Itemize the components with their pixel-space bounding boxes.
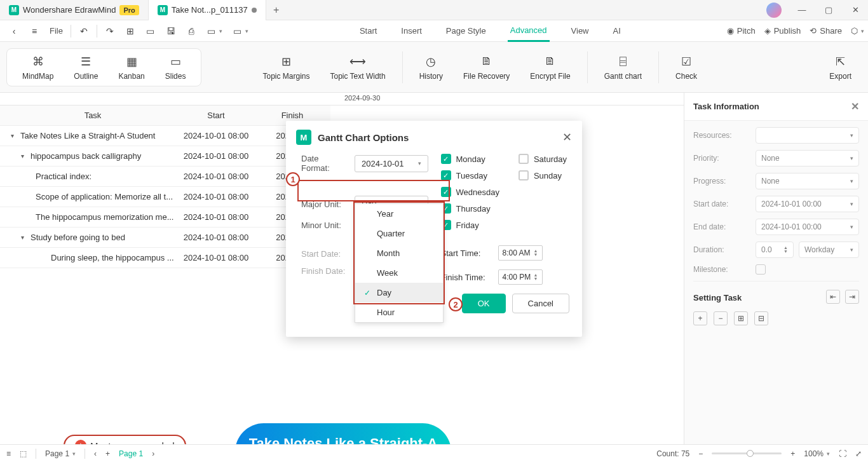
minor-unit-label: Minor Unit: <box>301 221 348 230</box>
zoom-value[interactable]: 100% ▾ <box>804 449 830 458</box>
view-outline[interactable]: ☰Outline <box>64 51 108 83</box>
page-tab-1[interactable]: Page 1 <box>119 449 143 458</box>
fit-button[interactable]: ⛶ <box>839 449 846 458</box>
pitch-button[interactable]: ◉Pitch <box>727 26 756 36</box>
presentation-toggle[interactable]: ⬚ <box>20 449 27 458</box>
indent-left-button[interactable]: ⇤ <box>826 290 840 304</box>
app-tab[interactable]: M Wondershare EdrawMind Pro <box>0 0 149 20</box>
more-button[interactable]: ▭▾ <box>227 20 254 42</box>
progress-select[interactable]: None▾ <box>756 173 859 189</box>
tab-view[interactable]: View <box>569 20 592 42</box>
setting-task-title: Setting Task <box>693 287 742 306</box>
export-quick-button[interactable]: ▭▾ <box>201 20 227 42</box>
startdate-input[interactable]: 2024-10-01 00:00▾ <box>756 196 859 212</box>
grid-button-2[interactable]: ⊟ <box>754 311 768 325</box>
grid-button-1[interactable]: ⊞ <box>734 311 748 325</box>
finish-time-input[interactable]: 4:00 PM▲▼ <box>498 269 543 285</box>
gantt-chart-button[interactable]: ⌸Gantt chart <box>594 51 652 83</box>
node-most-recommended[interactable]: ★ Most recommended <box>64 435 186 444</box>
gantt-row[interactable]: During sleep, the hippocampus ...2024-10… <box>0 248 330 268</box>
zoom-in-button[interactable]: + <box>790 449 795 458</box>
start-time-input[interactable]: 8:00 AM▲▼ <box>498 245 543 261</box>
user-avatar[interactable] <box>766 3 782 18</box>
dd-quarter[interactable]: Quarter <box>355 224 443 243</box>
gantt-row[interactable]: Scope of application: Memorize all t...2… <box>0 187 330 207</box>
file-menu[interactable]: File <box>44 20 68 42</box>
outline-toggle[interactable]: ≡ <box>6 449 11 458</box>
tab-advanced[interactable]: Advanced <box>508 20 550 42</box>
cancel-button[interactable]: Cancel <box>512 294 569 313</box>
new-tab-button[interactable]: + <box>266 4 287 16</box>
indent-right-button[interactable]: ⇥ <box>845 290 859 304</box>
back-button[interactable]: ‹ <box>4 20 24 42</box>
gantt-row[interactable]: ▾Study before going to bed2024-10-01 08:… <box>0 228 330 248</box>
gantt-row[interactable]: Practical index:2024-10-01 08:002024-1..… <box>0 166 330 187</box>
duration-value[interactable]: 0.0▲▼ <box>756 241 794 258</box>
tab-page-style[interactable]: Page Style <box>444 20 489 42</box>
duration-unit[interactable]: Workday▾ <box>799 241 859 258</box>
file-recovery-button[interactable]: 🗎File Recovery <box>453 51 520 83</box>
redo-button[interactable]: ↷ <box>100 20 120 42</box>
tuesday-checkbox[interactable]: ✓ <box>441 170 451 180</box>
dd-month[interactable]: Month <box>355 243 443 263</box>
maximize-button[interactable]: ▢ <box>816 0 841 20</box>
remove-task-button[interactable]: − <box>714 311 728 325</box>
open-button[interactable]: ▭ <box>140 20 161 42</box>
encrypt-file-button[interactable]: 🗎Encrypt File <box>520 51 580 83</box>
gantt-row[interactable]: The hippocampus memorization me...2024-1… <box>0 207 330 228</box>
print-button[interactable]: ⎙ <box>181 20 201 42</box>
document-tab[interactable]: M Take Not...p_011137 <box>149 0 266 20</box>
new-button[interactable]: ⊞ <box>120 20 140 42</box>
view-slides[interactable]: ▭Slides <box>155 51 196 83</box>
sunday-checkbox[interactable] <box>519 170 529 180</box>
export-button[interactable]: ⇱Export <box>819 51 862 83</box>
wednesday-checkbox[interactable]: ✓ <box>441 187 451 197</box>
prev-page-button[interactable]: ‹ <box>94 449 97 458</box>
dd-day[interactable]: ✓Day <box>355 283 443 302</box>
enddate-input[interactable]: 2024-10-01 00:00▾ <box>756 219 859 235</box>
view-kanban[interactable]: ▦Kanban <box>108 51 154 83</box>
save-button[interactable]: 🖫 <box>161 20 181 42</box>
topic-margins-button[interactable]: ⊞Topic Margins <box>252 51 320 83</box>
tab-ai[interactable]: AI <box>611 20 623 42</box>
resources-input[interactable]: ▾ <box>756 127 859 144</box>
add-task-button[interactable]: + <box>693 311 707 325</box>
undo-button[interactable]: ↶ <box>74 20 94 42</box>
mindmap-root-node[interactable]: Take Notes Like a Straight-A Student <box>235 423 451 444</box>
monday-checkbox[interactable]: ✓ <box>441 154 451 164</box>
milestone-checkbox[interactable] <box>756 264 766 275</box>
share-button[interactable]: ⟲Share <box>810 26 842 36</box>
gantt-row[interactable]: ▾Take Notes Like a Straight-A Student202… <box>0 126 330 146</box>
dd-year[interactable]: Year <box>355 204 443 224</box>
saturday-checkbox[interactable] <box>519 154 529 164</box>
history-button[interactable]: ◷History <box>409 51 453 83</box>
dd-week[interactable]: Week <box>355 263 443 283</box>
zoom-slider[interactable] <box>712 452 782 454</box>
page-selector[interactable]: Page 1 ▾ <box>45 449 76 458</box>
expand-toggle[interactable]: ▾ <box>8 132 17 139</box>
view-mindmap[interactable]: ⌘MindMap <box>12 51 64 83</box>
dd-hour[interactable]: Hour <box>355 302 443 322</box>
minimize-button[interactable]: — <box>789 0 815 20</box>
close-button[interactable]: ✕ <box>843 0 868 20</box>
check-button[interactable]: ☑Check <box>665 51 707 83</box>
next-page-button[interactable]: › <box>152 449 154 458</box>
expand-toggle[interactable]: ▾ <box>18 153 27 160</box>
gantt-row[interactable]: ▾hippocampus back calligraphy2024-10-01 … <box>0 146 330 166</box>
menu-button[interactable]: ≡ <box>24 20 44 42</box>
tab-insert[interactable]: Insert <box>398 20 424 42</box>
date-format-select[interactable]: 2024-10-01▾ <box>355 155 428 172</box>
priority-select[interactable]: None▾ <box>756 150 859 166</box>
topic-text-width-button[interactable]: ⟷Topic Text Width <box>320 51 395 83</box>
modal-close-button[interactable]: ✕ <box>562 130 572 144</box>
add-page-button[interactable]: + <box>105 449 110 458</box>
ok-button[interactable]: OK <box>462 294 506 313</box>
panel-close-button[interactable]: ✕ <box>851 100 859 112</box>
start-time-label: Start Time: <box>441 248 492 258</box>
zoom-out-button[interactable]: − <box>698 449 703 458</box>
settings-caret[interactable]: ⬡▾ <box>851 26 864 36</box>
publish-button[interactable]: ◈Publish <box>764 26 801 36</box>
fullscreen-button[interactable]: ⤢ <box>855 449 862 458</box>
tab-start[interactable]: Start <box>357 20 379 42</box>
expand-toggle[interactable]: ▾ <box>18 234 27 241</box>
